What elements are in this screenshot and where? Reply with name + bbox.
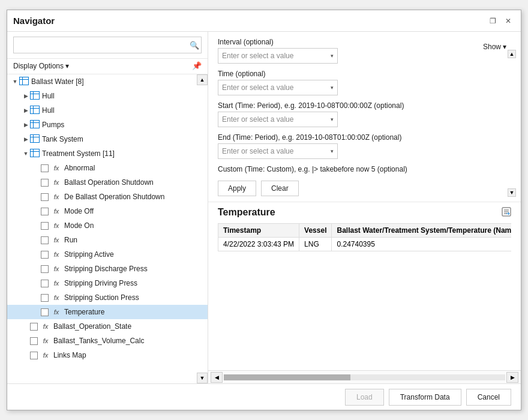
hscroll-left-button[interactable]: ◀ <box>211 372 223 383</box>
show-label: Show <box>483 43 501 51</box>
tree-node-treatment-system[interactable]: ▼ Treatment System [11] <box>7 146 208 161</box>
right-scroll-down-button[interactable]: ▼ <box>508 188 516 197</box>
hscroll-right-button[interactable]: ▶ <box>506 372 518 383</box>
tree-node-ballast-tanks-calc[interactable]: fxBallast_Tanks_Volume_Calc <box>7 334 208 348</box>
end-label: End (Time: Period), e.g. 2019-10-08T01:0… <box>218 133 503 142</box>
tree-node-label: Mode On <box>64 221 94 230</box>
tree-expand-icon[interactable]: ▼ <box>11 77 19 86</box>
tree-node-ballast-op-state[interactable]: fxBallast_Operation_State <box>7 319 208 334</box>
tree-node-checkbox[interactable] <box>41 208 49 215</box>
tree-node-label: Ballast_Tanks_Volume_Calc <box>53 337 144 345</box>
start-select[interactable]: Enter or select a value ▾ <box>218 112 338 127</box>
show-button[interactable]: Show ▾ <box>483 43 506 51</box>
tree-expand-icon[interactable]: ▼ <box>22 149 30 158</box>
start-filter-row: Start (Time: Period), e.g. 2019-10-08T00… <box>218 101 503 127</box>
tree-node-label: Links Map <box>53 351 86 359</box>
tree-node-label: Mode Off <box>64 207 94 215</box>
tree-expand-icon[interactable]: ▶ <box>22 92 30 100</box>
tree-node-checkbox[interactable] <box>41 236 49 244</box>
tree-node-label: De Ballast Operation Shutdown <box>64 193 164 201</box>
tree-node-checkbox[interactable] <box>41 265 49 273</box>
tree-node-hull-2[interactable]: ▶ Hull <box>7 103 208 118</box>
main-content: 🔍 Display Options ▾ 📌 ▲ ▼ ▼ Ba <box>7 32 521 383</box>
end-select[interactable]: Enter or select a value ▾ <box>218 143 338 159</box>
table-header-row: Timestamp Vessel Ballast Water/Treatment… <box>218 223 512 237</box>
end-filter-row: End (Time: Period), e.g. 2019-10-08T01:0… <box>218 133 503 159</box>
table-icon <box>30 91 40 101</box>
close-button[interactable]: ✕ <box>502 14 515 28</box>
tree-area[interactable]: ▲ ▼ ▼ Ballast Water [8]▶ Hull▶ Hull▶ Pum… <box>7 74 208 383</box>
fx-icon: fx <box>40 337 51 345</box>
display-options-button[interactable]: Display Options ▾ <box>13 62 69 70</box>
search-bar: 🔍 <box>7 32 208 59</box>
restore-button[interactable]: ❐ <box>486 14 499 28</box>
search-wrap: 🔍 <box>13 37 202 53</box>
tree-node-checkbox[interactable] <box>41 308 49 316</box>
tree-scroll-down-button[interactable]: ▼ <box>197 373 208 383</box>
tree-node-abnormal[interactable]: fxAbnormal <box>7 161 208 175</box>
interval-select[interactable]: Enter or select a value ▾ <box>218 48 338 64</box>
tree-node-label: Hull <box>42 106 55 115</box>
tree-node-checkbox[interactable] <box>41 164 49 172</box>
tree-node-ballast-op-shutdown[interactable]: fxBallast Operation Shutdown <box>7 175 208 190</box>
cancel-button[interactable]: Cancel <box>466 389 511 406</box>
time-select[interactable]: Enter or select a value ▾ <box>218 80 338 95</box>
tree-expand-icon[interactable]: ▶ <box>22 121 30 129</box>
fx-icon: fx <box>51 221 62 230</box>
col-timestamp: Timestamp <box>218 223 299 237</box>
tree-node-hull-1[interactable]: ▶ Hull <box>7 89 208 103</box>
tree-node-stripping-discharge-press[interactable]: fxStripping Discharge Press <box>7 262 208 276</box>
tree-expand-icon[interactable]: ▶ <box>22 106 30 115</box>
tree-expand-icon[interactable]: ▶ <box>22 135 30 143</box>
tree-scroll-up-button[interactable]: ▲ <box>197 74 208 85</box>
pin-icon[interactable]: 📌 <box>192 61 202 70</box>
fx-icon: fx <box>51 207 62 215</box>
tree-node-mode-on[interactable]: fxMode On <box>7 218 208 233</box>
clear-button[interactable]: Clear <box>261 181 299 196</box>
load-button[interactable]: Load <box>345 389 384 406</box>
custom-label: Custom (Time: Custom), e.g. |> takebefor… <box>218 165 503 173</box>
search-icon[interactable]: 🔍 <box>190 41 199 50</box>
fx-icon: fx <box>51 293 62 302</box>
filter-section: Show ▾ ▲ ▼ Interval (optional) Enter or … <box>208 32 521 202</box>
tree-node-run[interactable]: fxRun <box>7 233 208 247</box>
tree-node-links-map[interactable]: fxLinks Map <box>7 348 208 362</box>
tree-node-de-ballast-op-shutdown[interactable]: fxDe Ballast Operation Shutdown <box>7 190 208 204</box>
tree-node-temperature[interactable]: fxTemperature <box>7 305 208 319</box>
tree-node-stripping-suction-press[interactable]: fxStripping Suction Press <box>7 290 208 305</box>
tree-node-stripping-active[interactable]: fxStripping Active <box>7 247 208 262</box>
tree-node-pumps[interactable]: ▶ Pumps <box>7 118 208 132</box>
data-table-wrap: Timestamp Vessel Ballast Water/Treatment… <box>218 223 511 366</box>
tree-node-stripping-driving-press[interactable]: fxStripping Driving Press <box>7 276 208 290</box>
start-select-arrow-icon: ▾ <box>331 116 334 122</box>
tree-node-checkbox[interactable] <box>41 179 49 187</box>
tree-node-mode-off[interactable]: fxMode Off <box>7 204 208 218</box>
export-icon[interactable] <box>502 207 511 218</box>
transform-data-button[interactable]: Transform Data <box>389 389 461 406</box>
end-select-text: Enter or select a value <box>222 147 293 155</box>
cell-vessel: LNG <box>299 237 332 251</box>
tree-node-checkbox[interactable] <box>41 280 49 287</box>
tree-node-label: Stripping Discharge Press <box>64 265 148 273</box>
tree-node-ballast-water[interactable]: ▼ Ballast Water [8] <box>7 74 208 89</box>
display-options-arrow-icon: ▾ <box>65 62 69 70</box>
tree-node-label: Pumps <box>42 121 64 129</box>
tree-node-checkbox[interactable] <box>41 251 49 259</box>
tree-node-tank-system[interactable]: ▶ Tank System <box>7 132 208 146</box>
hscroll-thumb[interactable] <box>224 374 350 380</box>
apply-button[interactable]: Apply <box>218 181 256 196</box>
search-input[interactable] <box>13 37 202 53</box>
interval-select-arrow-icon: ▾ <box>331 53 334 59</box>
table-body: 4/22/2022 3:03:43 PM LNG 0.24740395 <box>218 237 512 251</box>
svg-rect-6 <box>31 106 40 113</box>
interval-select-text: Enter or select a value <box>222 52 293 60</box>
right-scroll-up-button[interactable]: ▲ <box>508 50 516 58</box>
tree-node-checkbox[interactable] <box>30 323 38 331</box>
tree-node-checkbox[interactable] <box>41 294 49 302</box>
data-table-section: Temperature <box>208 202 521 371</box>
tree-node-checkbox[interactable] <box>41 222 49 230</box>
tree-node-checkbox[interactable] <box>30 337 38 345</box>
tree-node-checkbox[interactable] <box>30 352 38 359</box>
svg-rect-9 <box>31 120 40 128</box>
tree-node-checkbox[interactable] <box>41 193 49 201</box>
